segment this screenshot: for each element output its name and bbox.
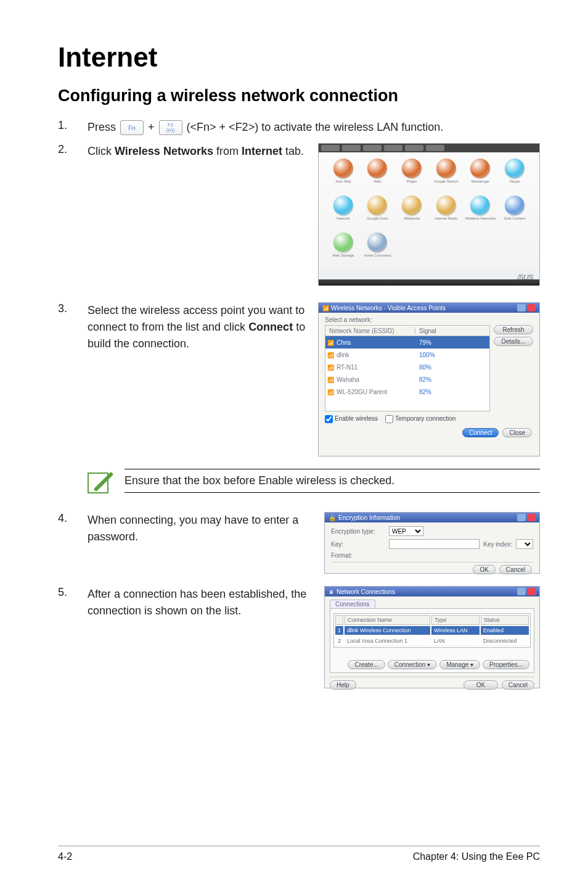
- step-3: 3. Select the wireless access point you …: [58, 302, 307, 352]
- desktop-app-icon[interactable]: Web Storage: [327, 233, 359, 266]
- wireless-dialog: Wireless Networks - Visible Access Point…: [318, 302, 540, 456]
- conn-header-name: Connection Name: [345, 615, 430, 625]
- enc-close-icon[interactable]: [527, 514, 536, 521]
- manage-menu-button[interactable]: Manage ▾: [439, 660, 480, 669]
- properties-button[interactable]: Properties...: [483, 660, 529, 669]
- desktop-app-icon[interactable]: Internet Radio: [430, 196, 462, 229]
- connections-tab[interactable]: Connections: [330, 600, 375, 608]
- access-point-row[interactable]: dlink100%: [325, 349, 489, 361]
- conn-cancel-button[interactable]: Cancel: [502, 680, 534, 690]
- step-2-num: 2.: [58, 143, 70, 156]
- page-number: 4-2: [58, 851, 72, 862]
- enable-wireless-label: Enable wireless: [335, 415, 378, 422]
- details-button[interactable]: Details...: [494, 337, 533, 346]
- access-point-row[interactable]: Wahaha82%: [325, 373, 489, 386]
- step-4-num: 4.: [58, 512, 70, 525]
- enc-ok-button[interactable]: OK: [473, 565, 495, 574]
- conn-ok-button[interactable]: OK: [463, 680, 498, 690]
- temporary-connection-checkbox[interactable]: [385, 415, 393, 423]
- format-label: Format:: [331, 552, 385, 559]
- help-button[interactable]: Help: [330, 680, 356, 690]
- select-network-label: Select a network:: [325, 316, 533, 323]
- connection-row[interactable]: 1dlink Wireless ConnectionWireless LANEn…: [335, 626, 529, 635]
- step2-a: Click: [88, 145, 115, 157]
- step-1-text: Press Fn + F2 ((•)) (<Fn> + <F2>) to act…: [88, 119, 540, 136]
- encryption-dialog: 🔒Encryption Information Encryption type:…: [324, 512, 540, 574]
- step-5: 5. After a connection has been establish…: [58, 586, 313, 619]
- desktop-app-icon[interactable]: Pidgin: [396, 159, 428, 192]
- note-b: Enable wireless: [258, 474, 336, 487]
- desktop-app-icon[interactable]: Google Search: [430, 159, 462, 192]
- step-1-num: 1.: [58, 119, 70, 132]
- access-point-row[interactable]: WL-520GU Parent82%: [325, 386, 489, 398]
- temporary-connection-label: Temporary connection: [395, 415, 455, 422]
- wireless-dialog-title: Wireless Networks - Visible Access Point…: [319, 303, 539, 313]
- desktop-app-icon[interactable]: Voice Command: [362, 233, 394, 266]
- desktop-app-icon[interactable]: Web: [362, 159, 394, 192]
- desktop-app-icon[interactable]: Wikipedia: [396, 196, 428, 229]
- step-4: 4. When connecting, you may have to ente…: [58, 512, 313, 545]
- conn-close-icon[interactable]: [527, 588, 536, 595]
- refresh-button[interactable]: Refresh: [494, 325, 533, 334]
- desktop-taskbar: [319, 279, 539, 286]
- desktop-app-icon[interactable]: Skype: [499, 159, 531, 192]
- desktop-screenshot: Acer MailWebPidginGoogle SearchMessenger…: [318, 143, 540, 285]
- connections-table[interactable]: Connection Name Type Status 1dlink Wirel…: [333, 613, 531, 648]
- connect-button[interactable]: Connect: [462, 428, 499, 437]
- step-4-text: When connecting, you may have to enter a…: [88, 512, 313, 545]
- desktop-app-icon[interactable]: Google Docs: [362, 196, 394, 229]
- plus-sign: +: [148, 121, 155, 133]
- enc-minimize-icon[interactable]: [517, 514, 526, 521]
- connection-menu-button[interactable]: Connection ▾: [388, 660, 437, 669]
- note-text: Ensure that the box before Enable wirele…: [125, 469, 540, 493]
- step2-d: tab.: [282, 145, 304, 157]
- step-2-text: Click Wireless Networks from Internet ta…: [88, 143, 307, 160]
- close-button[interactable]: Close: [502, 428, 532, 437]
- encryption-type-select[interactable]: WEP: [389, 526, 423, 536]
- f2-key-icon: F2 ((•)): [159, 120, 182, 135]
- desktop-toolbar: [319, 144, 539, 152]
- key-input[interactable]: [389, 539, 480, 549]
- note-c: is checked.: [336, 474, 394, 487]
- minimize-icon[interactable]: [517, 304, 526, 311]
- key-index-select[interactable]: [516, 539, 533, 549]
- conn-minimize-icon[interactable]: [517, 588, 526, 595]
- close-icon[interactable]: [527, 304, 536, 311]
- conn-header-status: Status: [481, 615, 529, 625]
- window-controls[interactable]: [517, 304, 536, 311]
- step-5-text: After a connection has been established,…: [88, 586, 313, 619]
- step1-post: (<Fn> + <F2>) to activate the wireless L…: [187, 121, 444, 133]
- encryption-type-label: Encryption type:: [331, 528, 385, 535]
- enc-cancel-button[interactable]: Cancel: [499, 565, 532, 574]
- connections-dialog: Network Connections Connections Connecti…: [324, 586, 540, 688]
- access-point-row[interactable]: RT-N1180%: [325, 361, 489, 373]
- desktop-app-icon[interactable]: Acer Mail: [327, 159, 359, 192]
- f2-key-bottom: ((•)): [166, 128, 174, 133]
- access-point-row[interactable]: Chris79%: [325, 336, 489, 349]
- step1-pre: Press: [88, 121, 119, 133]
- step2-b1: Wireless Networks: [115, 145, 213, 157]
- step3-b: Connect: [248, 321, 293, 333]
- key-index-label: Key index:: [483, 541, 512, 548]
- desktop-app-icon[interactable]: Wireless Networks: [465, 196, 497, 229]
- access-point-list[interactable]: Network Name (ESSID) Signal Chris79%dlin…: [325, 325, 490, 411]
- page-footer: 4-2 Chapter 4: Using the Eee PC: [58, 846, 540, 862]
- enable-wireless-toggle[interactable]: Enable wireless: [325, 415, 378, 423]
- wifi-icon: [322, 305, 329, 311]
- temporary-connection-toggle[interactable]: Temporary connection: [385, 415, 455, 423]
- page-title: Internet: [58, 42, 540, 73]
- step-3-num: 3.: [58, 302, 70, 315]
- encryption-window-controls[interactable]: [517, 514, 536, 521]
- enable-wireless-checkbox[interactable]: [325, 415, 333, 423]
- desktop-app-icon[interactable]: Messenger: [465, 159, 497, 192]
- step-5-num: 5.: [58, 586, 70, 599]
- desktop-app-icon[interactable]: Disk Content: [499, 196, 531, 229]
- connections-window-controls[interactable]: [517, 588, 536, 595]
- connection-row[interactable]: 2Local Area Connection 1LANDisconnected: [335, 637, 529, 646]
- step2-c: from: [213, 145, 242, 157]
- fn-key-icon: Fn: [120, 120, 144, 135]
- key-label: Key:: [331, 541, 385, 548]
- connections-title-text: Network Connections: [337, 588, 395, 595]
- create-button[interactable]: Create...: [348, 660, 385, 669]
- desktop-app-icon[interactable]: Network: [327, 196, 359, 229]
